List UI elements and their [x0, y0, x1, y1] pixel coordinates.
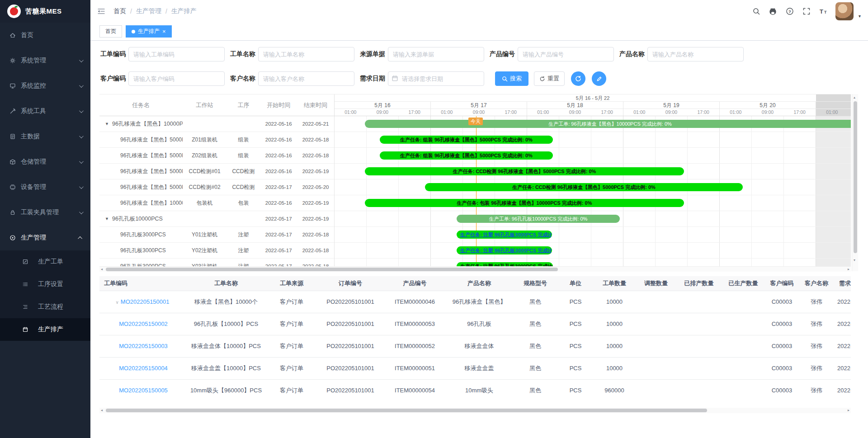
sidebar-item-production[interactable]: 生产管理 — [0, 225, 90, 250]
work-order-code-input[interactable] — [128, 47, 225, 61]
search-icon[interactable] — [752, 7, 761, 16]
expand-caret-icon[interactable]: ▼ — [105, 122, 112, 126]
gantt-task-row[interactable]: 96孔孔板3000PCS Y03注塑机 注塑 2022-05-17 2022-0… — [99, 259, 334, 266]
product-code-input[interactable] — [518, 47, 614, 61]
sidebar-item-master-data[interactable]: 主数据 — [0, 124, 90, 149]
work-order-link[interactable]: MO202205150003 — [119, 343, 168, 349]
close-icon[interactable]: × — [162, 28, 166, 34]
breadcrumb-home[interactable]: 首页 — [113, 7, 126, 15]
sidebar-item-system-monitor[interactable]: 系统监控 — [0, 73, 90, 99]
gantt-task-row[interactable]: 96孔移液盒【黑色】5000PCS CCD检测#02 CCD检测 2022-05… — [99, 179, 334, 195]
app-logo[interactable]: 苦糖果MES — [0, 0, 90, 23]
gantt-timeline-header: 5月 16 - 5月 22 5月 16 01:00 09:00 17:00 5月… — [335, 94, 851, 116]
process-cell: 注塑 — [226, 247, 260, 254]
scheduled-qty-cell — [677, 313, 721, 335]
gantt-bar[interactable]: 生产任务: CCD检测 96孔移液盒【黑色】5000PCS 完成比例: 0% — [365, 167, 684, 175]
table-row[interactable]: MO202205150003 移液盒盒体【10000】PCS 客户订单 PO20… — [99, 335, 851, 357]
start-time-cell: 2022-05-16 — [260, 200, 297, 206]
gantt-bar[interactable]: 生产任务: 组装 96孔移液盒【黑色】5000PCS 完成比例: 0% — [380, 151, 553, 160]
gantt-task-row[interactable]: 96孔孔板3000PCS Y01注塑机 注塑 2022-05-17 2022-0… — [99, 227, 334, 243]
sidebar-item-process-flow[interactable]: 工艺流程 — [0, 296, 90, 318]
reset-button[interactable]: 重置 — [534, 71, 565, 86]
work-order-name-input[interactable] — [258, 47, 354, 61]
customer-code-input[interactable] — [128, 71, 225, 86]
gantt-bar[interactable]: 生产任务: CCD检测 96孔移液盒【黑色】5000PCS 完成比例: 0% — [425, 183, 743, 191]
scrollbar-thumb[interactable] — [854, 101, 857, 253]
scroll-right-arrow[interactable]: ▸ — [848, 267, 849, 272]
sidebar-toggle-icon[interactable] — [97, 7, 106, 16]
fullscreen-icon[interactable] — [802, 7, 811, 16]
sidebar-item-equipment[interactable]: 设备管理 — [0, 174, 90, 200]
refresh-button[interactable] — [571, 71, 585, 86]
avatar-caret-icon[interactable]: ▾ — [859, 14, 861, 20]
gantt-task-row[interactable]: 96孔移液盒【黑色】10000PCS 包装机 包装 2022-05-16 202… — [99, 195, 334, 211]
table-row[interactable]: MO202205150005 10mm吸头【960000】PCS 客户订单 PO… — [99, 379, 851, 401]
scroll-left-arrow[interactable]: ◂ — [101, 408, 103, 413]
source-doc-input[interactable] — [388, 47, 484, 61]
edit-button[interactable] — [592, 71, 606, 86]
work-order-link[interactable]: MO202205150001 — [121, 298, 170, 305]
product-name-input[interactable] — [647, 47, 744, 61]
gantt-task-row[interactable]: 96孔移液盒【黑色】5000PCS CCD检测#01 CCD检测 2022-05… — [99, 164, 334, 179]
tab-scheduling[interactable]: 生产排产 × — [126, 25, 172, 38]
expand-caret-icon[interactable]: ▼ — [105, 217, 112, 221]
gantt-vertical-scrollbar[interactable]: ▴ ▾ — [852, 94, 858, 271]
sidebar-item-system-mgmt[interactable]: 系统管理 — [0, 48, 90, 73]
work-order-link[interactable]: MO202205150005 — [119, 387, 168, 394]
gantt-bar[interactable]: 生产任务: 包装 96孔移液盒【黑色】10000PCS 完成比例: 0% — [365, 199, 684, 207]
scrollbar-thumb[interactable] — [106, 409, 707, 412]
sidebar-item-work-order[interactable]: 生产工单 — [0, 250, 90, 273]
scroll-up-arrow[interactable]: ▴ — [854, 95, 855, 100]
mes-app: 苦糖果MES 首页 系统管理 系统监控 系统工具 — [0, 0, 868, 438]
task-name: 96孔移液盒【黑色】5000PCS — [120, 168, 183, 175]
breadcrumb-production[interactable]: 生产管理 — [136, 7, 161, 15]
hour-label: 09:00 — [559, 109, 591, 116]
produced-qty-cell — [721, 291, 765, 313]
table-row[interactable]: ∨MO202205150001 移液盒【黑色】10000个 客户订单 PO202… — [99, 291, 851, 313]
gantt-task-row[interactable]: ▼ 96孔孔板10000PCS 2022-05-17 2022-05-19 — [99, 211, 334, 227]
work-order-link[interactable]: MO202205150002 — [119, 320, 168, 327]
gantt-task-row[interactable]: 96孔孔板3000PCS Y02注塑机 注塑 2022-05-17 2022-0… — [99, 243, 334, 259]
product-name-cell: 96孔孔板 — [445, 313, 513, 335]
sidebar-item-process-settings[interactable]: 工序设置 — [0, 273, 90, 296]
work-order-link[interactable]: MO202205150004 — [119, 365, 168, 372]
gantt-horizontal-scrollbar[interactable]: ◂ ▸ — [99, 266, 851, 272]
gantt-bar[interactable]: 生产工单: 96孔移液盒【黑色】10000PCS 完成比例: 0% — [365, 120, 851, 128]
order-source-cell: 客户订单 — [267, 357, 316, 379]
sidebar-item-warehouse[interactable]: 仓储管理 — [0, 149, 90, 174]
table-row[interactable]: MO202205150004 移液盒盒盖【10000】PCS 客户订单 PO20… — [99, 357, 851, 379]
scroll-left-arrow[interactable]: ◂ — [101, 267, 103, 272]
sidebar-item-scheduling[interactable]: 生产排产 — [0, 318, 90, 341]
user-avatar[interactable] — [835, 2, 854, 20]
sidebar-item-fixtures[interactable]: 工装夹具管理 — [0, 200, 90, 225]
font-size-icon[interactable]: TT — [819, 7, 828, 16]
tab-home[interactable]: 首页 — [99, 25, 122, 38]
gantt-task-row[interactable]: 96孔移液盒【黑色】5000PCS Z01组装机 组装 2022-05-16 2… — [99, 132, 334, 148]
customer-name-input[interactable] — [258, 71, 354, 86]
scroll-right-arrow[interactable]: ▸ — [848, 408, 849, 413]
expand-caret-icon[interactable]: ∨ — [115, 300, 118, 305]
gantt-bar[interactable]: 生产任务: 组装 96孔移液盒【黑色】5000PCS 完成比例: 0% — [380, 136, 553, 144]
github-icon[interactable] — [769, 7, 778, 16]
table-row[interactable]: MO202205150002 96孔孔板【10000】PCS 客户订单 PO20… — [99, 313, 851, 335]
svg-text:?: ? — [788, 9, 791, 14]
gantt-bar[interactable]: 生产任务: 注塑 96孔孔板3000PCS 完成比例: 0% — [457, 246, 552, 254]
search-button[interactable]: 搜索 — [495, 71, 528, 86]
sidebar-item-system-tools[interactable]: 系统工具 — [0, 99, 90, 124]
tabbar: 首页 生产排产 × — [90, 23, 868, 41]
gantt-chart-row: 生产任务: 注塑 96孔孔板3000PCS 完成比例: 0% — [335, 243, 851, 259]
gantt-task-row[interactable]: 96孔移液盒【黑色】5000PCS Z02组装机 组装 2022-05-16 2… — [99, 148, 334, 164]
need-date-input[interactable] — [388, 71, 484, 86]
start-time-cell: 2022-05-16 — [260, 137, 297, 142]
help-icon[interactable]: ? — [785, 7, 794, 16]
scrollbar-thumb[interactable] — [106, 268, 558, 271]
sidebar-item-home[interactable]: 首页 — [0, 23, 90, 48]
gantt-task-row[interactable]: ▼ 96孔移液盒【黑色】10000PCS 2022-05-16 2022-05-… — [99, 116, 334, 132]
scroll-down-arrow[interactable]: ▾ — [854, 258, 855, 263]
gantt-bar[interactable]: 生产任务: 注塑 96孔孔板3000PCS 完成比例: 0% — [457, 231, 552, 239]
gantt-task-table: ▼ 96孔移液盒【黑色】10000PCS 2022-05-16 2022-05-… — [99, 116, 335, 266]
orders-horizontal-scrollbar[interactable]: ◂ ▸ — [99, 408, 851, 413]
gantt-bar[interactable]: 生产任务: 注塑 96孔孔板3000PCS 完成比例: 0% — [457, 262, 553, 266]
gantt-bar[interactable]: 生产工单: 96孔孔板10000PCS 完成比例: 0% — [457, 215, 620, 223]
process-cell: 包装 — [226, 199, 260, 207]
